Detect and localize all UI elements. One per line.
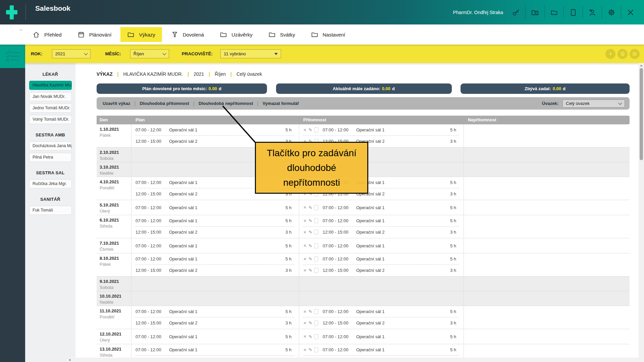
uzavrit-vykaz-button[interactable]: Uzavřít výkaz: [103, 101, 130, 106]
sidebar-item-dochazkova-jana-mgr[interactable]: Docházková Jana Mgr.: [29, 141, 72, 150]
entry-time: 07:00 - 12:00: [323, 205, 352, 210]
sidebar-item-fuk-tomas[interactable]: Fuk Tomáš: [29, 206, 72, 215]
document-icon[interactable]: [314, 243, 318, 248]
document-icon[interactable]: [314, 309, 318, 314]
tab-prehled[interactable]: Přehled: [33, 31, 62, 38]
edit-pencil-icon[interactable]: ✎: [309, 230, 312, 235]
checklist-icon: [6, 50, 20, 62]
header-separator: [621, 6, 621, 19]
document-icon[interactable]: [314, 230, 318, 235]
tab-nastaveni[interactable]: Nastavení: [311, 31, 345, 38]
delete-icon[interactable]: ✕: [303, 205, 307, 210]
edit-pencil-icon[interactable]: ✎: [309, 218, 312, 223]
delete-icon[interactable]: ✕: [303, 321, 307, 325]
sidebar-item-jan-novak-mudr[interactable]: Jan Novák MUDr.: [29, 92, 72, 101]
shift-entry: 07:00 - 12:00 Operační sál 1 5 h: [131, 329, 299, 344]
folder-n-button[interactable]: N: [530, 8, 540, 17]
document-icon[interactable]: [314, 256, 318, 261]
month-select[interactable]: Říjen: [130, 49, 169, 58]
edit-pencil-icon[interactable]: ✎: [309, 256, 312, 261]
dlouhodoba-pritomnost-button[interactable]: Dlouhodobá přítomnost: [140, 101, 189, 106]
collapse-arrow-icon[interactable]: →: [18, 26, 23, 32]
delete-icon[interactable]: ✕: [303, 128, 307, 132]
key-button[interactable]: [511, 8, 521, 17]
sidebar-item-pilna-petra[interactable]: Pilná Petra: [29, 153, 72, 162]
entry-hours: 5 h: [450, 218, 456, 223]
delete-icon[interactable]: ✕: [303, 334, 307, 339]
document-icon[interactable]: [314, 218, 318, 223]
entry-hours: 5 h: [450, 334, 456, 339]
print-button[interactable]: [618, 49, 628, 59]
dlouhodoba-nepritomnost-button[interactable]: Dlouhodobá nepřítomnost: [199, 101, 253, 106]
gear-button[interactable]: [607, 8, 616, 17]
delete-icon[interactable]: ✕: [303, 257, 307, 261]
entry-place: Operační sál 1: [169, 243, 198, 248]
uvazek-select[interactable]: Celý úvazek: [562, 100, 625, 108]
entry-hours: 3 h: [285, 268, 291, 273]
entry-time: 12:00 - 15:00: [136, 139, 165, 144]
scroll-up-icon[interactable]: [640, 65, 643, 66]
day-date: 4.10.2021: [100, 179, 130, 184]
edit-pencil-icon[interactable]: ✎: [309, 347, 312, 352]
user-button[interactable]: [588, 8, 597, 17]
shift-entry: 07:00 - 12:00 Operační sál 1 5 h: [131, 238, 299, 253]
document-icon[interactable]: [314, 268, 318, 273]
close-button[interactable]: [626, 8, 635, 17]
document-icon[interactable]: [314, 320, 318, 325]
tab-planovani[interactable]: Plánování: [77, 31, 112, 38]
edit-pencil-icon[interactable]: ✎: [309, 268, 312, 273]
edit-pencil-icon[interactable]: ✎: [309, 309, 312, 314]
year-select[interactable]: 2021: [52, 49, 91, 58]
document-icon[interactable]: [314, 127, 318, 132]
vertical-scrollbar[interactable]: [639, 63, 644, 362]
edit-pencil-icon[interactable]: ✎: [309, 243, 312, 248]
entry-time: 12:00 - 15:00: [136, 268, 165, 273]
tab-dovolena[interactable]: Dovolená: [171, 31, 204, 38]
vertical-scrollbar-thumb[interactable]: [640, 68, 643, 160]
tab-uzaverky[interactable]: Uzávěrky: [220, 31, 253, 38]
day-date: 7.10.2021: [100, 241, 130, 246]
edit-pencil-icon[interactable]: ✎: [309, 205, 312, 210]
window-button[interactable]: [569, 8, 578, 17]
workplace-select[interactable]: 11 vybráno: [220, 49, 281, 58]
vymazat-formular-button[interactable]: Vymazat formulář: [263, 101, 299, 106]
tab-label: Přehled: [44, 32, 62, 38]
pill-value: 0.00: [209, 86, 217, 91]
edit-pencil-icon[interactable]: ✎: [309, 334, 312, 339]
folder-button[interactable]: [549, 8, 559, 17]
edit-pencil-icon[interactable]: ✎: [309, 320, 312, 325]
sidebar-item-rucicka-jirka-mgr[interactable]: Ručička Jirka Mgr.: [29, 179, 72, 188]
menu-button[interactable]: [630, 49, 640, 59]
delete-icon[interactable]: ✕: [303, 309, 307, 314]
document-icon[interactable]: [314, 334, 318, 339]
entry-actions: ✕ ✎: [303, 309, 319, 314]
tab-label: Výkazy: [139, 32, 155, 38]
delete-icon[interactable]: ✕: [303, 230, 307, 235]
entry-time: 12:00 - 15:00: [323, 268, 352, 273]
tab-label: Uzávěrky: [231, 32, 253, 38]
delete-icon[interactable]: ✕: [303, 348, 307, 352]
document-icon[interactable]: [314, 347, 318, 352]
horizontal-scrollbar[interactable]: [67, 358, 639, 362]
entry-place: Operační sál 1: [356, 218, 385, 223]
sidebar-item-volny-tomas-mudr[interactable]: Volný Tomáš MUDr.: [29, 115, 72, 124]
scroll-left-icon[interactable]: [69, 359, 70, 361]
entry-place: Operační sál 1: [169, 127, 198, 132]
filter-funnel-button[interactable]: [605, 49, 615, 59]
user-icon: [588, 8, 596, 16]
entry-time: 07:00 - 12:00: [136, 309, 165, 314]
delete-icon[interactable]: ✕: [303, 219, 307, 223]
rail-checklist-button[interactable]: [0, 45, 25, 68]
day-name: Pátek: [100, 262, 130, 267]
sidebar-item-hlavicka-kazimir-mudr[interactable]: Hlavička Kazimír MUDr.: [29, 81, 72, 90]
tab-vykazy[interactable]: Výkazy: [120, 27, 162, 42]
delete-icon[interactable]: ✕: [303, 268, 307, 273]
entry-time: 07:00 - 12:00: [136, 243, 165, 248]
sidebar-item-jedno-tomas-mudr[interactable]: Jedno Tomáš MUDr.: [29, 104, 72, 113]
document-icon[interactable]: [314, 205, 318, 210]
entry-time: 07:00 - 12:00: [323, 256, 352, 261]
edit-pencil-icon[interactable]: ✎: [309, 127, 312, 132]
tab-svatky[interactable]: Svátky: [268, 31, 295, 38]
delete-icon[interactable]: ✕: [303, 243, 307, 248]
nepritomnost-cell: [464, 277, 630, 291]
